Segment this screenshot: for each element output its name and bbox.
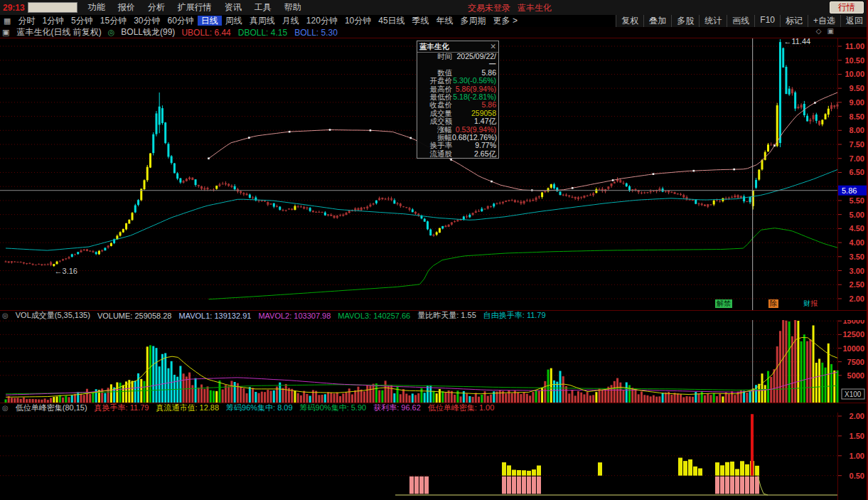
menu-item-6[interactable]: 帮助 <box>278 2 308 12</box>
indicator-name: BOLL钱龙(99) <box>121 26 175 38</box>
toolbar-buttons: 复权叠加多股统计画线F10标记+自选返回 <box>616 15 868 27</box>
indicator-circle-icon[interactable]: ◎ <box>2 312 9 319</box>
svg-text:15000: 15000 <box>842 320 864 325</box>
menu-item-0[interactable]: 功能 <box>82 2 112 12</box>
period-tab-9[interactable]: 月线 <box>279 16 303 26</box>
tooltip-rows: 时间2025/09/22/一数值5.86开盘价5.30(-0.56%)最高价5.… <box>417 53 498 158</box>
period-tab-16[interactable]: 更多 > <box>490 16 521 26</box>
toolbar-button-4[interactable]: 画线 <box>727 15 754 27</box>
event-badge-1[interactable]: 除 <box>768 299 778 308</box>
svg-text:4.00: 4.00 <box>850 238 864 247</box>
stock-code-input[interactable] <box>28 2 77 13</box>
grid-icon[interactable]: ▦ <box>0 16 14 26</box>
svg-text:10.00: 10.00 <box>845 70 864 78</box>
indicator-value-1: DBOLL: 4.15 <box>238 28 287 38</box>
indicator-circle-icon[interactable]: ◎ <box>2 404 9 412</box>
svg-text:7500: 7500 <box>847 358 864 366</box>
stock-title: 蓝丰生化(日线 前复权) <box>16 26 101 38</box>
event-badge-0[interactable]: 解禁 <box>715 299 732 308</box>
trade-status: 交易未登录 蓝丰生化 <box>468 2 552 14</box>
period-tab-6[interactable]: 日线 <box>198 16 222 26</box>
svg-text:4.50: 4.50 <box>850 224 864 233</box>
bottom-header-seg-0: 低位单峰密集(80,15) <box>16 403 87 413</box>
svg-text:9.50: 9.50 <box>850 84 864 92</box>
event-badge-2[interactable]: 财报 <box>802 299 819 308</box>
tooltip-row-label: 时间 <box>419 53 452 69</box>
svg-text:0.50: 0.50 <box>850 472 864 480</box>
current-stock-name: 蓝丰生化 <box>518 2 552 14</box>
menu-item-1[interactable]: 报价 <box>112 2 141 12</box>
tooltip-row-label: 流通股 <box>419 150 452 158</box>
svg-text:5000: 5000 <box>847 371 864 380</box>
svg-text:X100: X100 <box>845 390 862 398</box>
period-tab-13[interactable]: 季线 <box>409 16 433 26</box>
bottom-header-seg-1: 真换手率: 11.79 <box>95 403 149 413</box>
svg-text:1.50: 1.50 <box>850 432 864 440</box>
diamond-icon[interactable]: ◇ <box>816 27 822 35</box>
menu-item-5[interactable]: 工具 <box>248 2 278 12</box>
toolbar-button-3[interactable]: 统计 <box>699 15 727 27</box>
panes-icon[interactable]: ▣ <box>827 27 834 35</box>
indicator-values: UBOLL: 6.44DBOLL: 4.15BOLL: 5.30 <box>181 28 344 38</box>
period-tab-11[interactable]: 10分钟 <box>341 16 375 26</box>
tooltip-row-value: 5.30(-0.56%) <box>452 77 496 85</box>
menubar: 29:13 功能报价分析扩展行情资讯工具帮助 交易未登录 蓝丰生化 行情 <box>0 0 868 16</box>
toolbar-button-2[interactable]: 多股 <box>671 15 699 27</box>
svg-text:7.50: 7.50 <box>850 140 864 149</box>
quote-button[interactable]: 行情 <box>830 1 864 14</box>
period-tab-4[interactable]: 30分钟 <box>130 16 164 26</box>
bottom-header-seg-2: 真流通市值: 12.88 <box>156 403 219 413</box>
tooltip-title: 蓝丰生化 <box>419 41 449 52</box>
svg-text:7.00: 7.00 <box>850 154 864 163</box>
trading-terminal-window: 29:13 功能报价分析扩展行情资讯工具帮助 交易未登录 蓝丰生化 行情 ▦ 分… <box>0 0 868 500</box>
period-tab-3[interactable]: 15分钟 <box>97 16 130 26</box>
bottom-header-seg-5: 获利率: 96.62 <box>373 403 421 413</box>
period-tab-14[interactable]: 年线 <box>433 16 457 26</box>
tooltip-row: 流通股2.65亿 <box>417 150 498 158</box>
toolbar-button-0[interactable]: 复权 <box>616 15 643 27</box>
toolbar-button-8[interactable]: 返回 <box>840 15 868 27</box>
indicator-chart[interactable]: 2.001.501.000.50 <box>0 413 868 500</box>
period-tab-12[interactable]: 45日线 <box>375 16 408 26</box>
indicator-infobar: ▣ 蓝丰生化(日线 前复权) ◎ BOLL钱龙(99) UBOLL: 6.44D… <box>0 27 868 38</box>
period-tab-2[interactable]: 5分钟 <box>68 16 97 26</box>
tooltip-row: 时间2025/09/22/一 <box>417 53 498 69</box>
period-tab-0[interactable]: 分时 <box>14 16 38 26</box>
svg-text:5.50: 5.50 <box>850 196 864 205</box>
svg-text:2.50: 2.50 <box>850 280 864 289</box>
volume-chart[interactable]: 15000125001000075005000X100 <box>0 320 868 403</box>
period-tab-1[interactable]: 1分钟 <box>38 16 68 26</box>
bottom-header-seg-4: 筹码90%集中: 5.90 <box>300 403 367 413</box>
period-tab-7[interactable]: 周线 <box>222 16 246 26</box>
period-tab-8[interactable]: 真周线 <box>246 16 279 26</box>
toolbar-button-1[interactable]: 叠加 <box>643 15 671 27</box>
vol-header-seg-4: MAVOL3: 140257.66 <box>338 312 410 320</box>
svg-text:←11.44: ←11.44 <box>783 37 810 46</box>
menu-item-2[interactable]: 分析 <box>141 2 171 12</box>
svg-text:1.00: 1.00 <box>850 452 864 460</box>
toolbar-button-7[interactable]: +自选 <box>808 15 840 27</box>
tooltip-titlebar: 蓝丰生化 ✕ <box>417 41 498 53</box>
period-tab-5[interactable]: 60分钟 <box>164 16 198 26</box>
vol-header-seg-3: MAVOL2: 103307.98 <box>258 312 331 320</box>
indicator-value-2: BOLL: 5.30 <box>294 28 338 38</box>
menu-item-4[interactable]: 资讯 <box>218 2 248 12</box>
svg-text:12500: 12500 <box>842 330 864 339</box>
menu-item-3[interactable]: 扩展行情 <box>171 2 218 12</box>
svg-text:9.00: 9.00 <box>850 98 864 107</box>
svg-text:2.00: 2.00 <box>850 294 864 303</box>
bottom-header-seg-3: 筹码96%集中: 8.09 <box>226 403 293 413</box>
svg-text:5.86: 5.86 <box>842 186 857 195</box>
toolbar-button-6[interactable]: 标记 <box>780 15 808 27</box>
svg-text:6.50: 6.50 <box>850 168 864 176</box>
svg-text:8.50: 8.50 <box>850 112 864 121</box>
toolbar-button-5[interactable]: F10 <box>754 15 780 27</box>
period-tab-15[interactable]: 多周期 <box>457 16 490 26</box>
period-tab-10[interactable]: 120分钟 <box>303 16 341 26</box>
tooltip-row-value: 2025/09/22/一 <box>452 53 496 69</box>
indicator-toggle-icon[interactable]: ◎ <box>108 28 115 37</box>
vol-header-seg-0: VOL成交量(5,35,135) <box>16 310 90 321</box>
close-icon[interactable]: ✕ <box>490 41 496 52</box>
svg-text:3.00: 3.00 <box>850 267 864 275</box>
tooltip-row: 成交额1.47亿 <box>417 117 498 125</box>
